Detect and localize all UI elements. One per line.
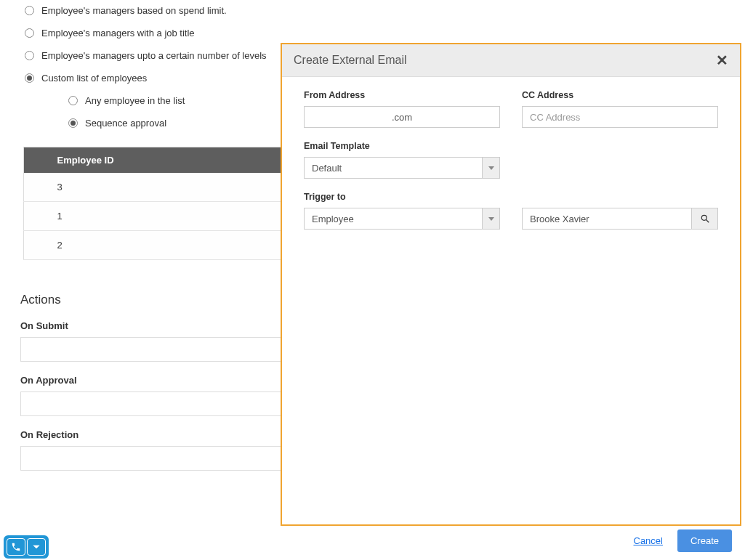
expand-button[interactable] bbox=[27, 538, 46, 556]
phone-icon bbox=[11, 542, 21, 552]
trigger-to-select[interactable]: Employee bbox=[304, 208, 500, 230]
search-button[interactable] bbox=[692, 208, 718, 230]
modal-header: Create External Email ✕ bbox=[282, 44, 740, 77]
cc-address-label: CC Address bbox=[522, 90, 718, 100]
from-address-input[interactable] bbox=[304, 106, 500, 128]
radio-icon bbox=[68, 118, 78, 128]
radio-icon bbox=[25, 51, 34, 60]
cancel-link[interactable]: Cancel bbox=[634, 535, 663, 546]
radio-label: Employee's managers upto a certain numbe… bbox=[41, 50, 267, 61]
recipient-input[interactable] bbox=[522, 208, 692, 230]
modal-footer: Cancel Create bbox=[634, 529, 733, 552]
chevron-down-icon bbox=[31, 542, 41, 552]
recipient-search-group bbox=[522, 208, 718, 230]
modal-title: Create External Email bbox=[294, 54, 407, 67]
radio-label: Employee's managers with a job title bbox=[41, 28, 195, 38]
email-template-label: Email Template bbox=[304, 141, 500, 151]
email-template-select[interactable]: Default bbox=[304, 157, 500, 179]
comm-widget bbox=[4, 535, 49, 559]
radio-icon bbox=[25, 73, 34, 83]
radio-icon bbox=[25, 28, 34, 38]
radio-label: Any employee in the list bbox=[85, 95, 185, 106]
svg-point-0 bbox=[701, 215, 706, 220]
trigger-to-label: Trigger to bbox=[304, 192, 500, 202]
create-button[interactable]: Create bbox=[677, 529, 732, 552]
radio-icon bbox=[25, 6, 34, 15]
radio-icon bbox=[68, 96, 78, 105]
radio-label: Employee's managers based on spend limit… bbox=[41, 5, 227, 16]
radio-label: Custom list of employees bbox=[41, 73, 147, 84]
create-external-email-modal: Create External Email ✕ From Address CC … bbox=[281, 43, 741, 526]
th-blank bbox=[24, 147, 49, 174]
close-icon[interactable]: ✕ bbox=[716, 53, 728, 68]
select-value: Default bbox=[304, 157, 483, 179]
chevron-down-icon bbox=[483, 157, 500, 179]
cc-address-input[interactable] bbox=[522, 106, 718, 128]
radio-spend-limit[interactable]: Employee's managers based on spend limit… bbox=[25, 5, 730, 16]
phone-button[interactable] bbox=[7, 538, 25, 556]
radio-job-title[interactable]: Employee's managers with a job title bbox=[25, 28, 730, 38]
from-address-label: From Address bbox=[304, 90, 500, 100]
search-icon bbox=[700, 214, 710, 224]
radio-label: Sequence approval bbox=[85, 118, 166, 129]
select-value: Employee bbox=[304, 208, 483, 230]
chevron-down-icon bbox=[483, 208, 500, 230]
svg-line-1 bbox=[706, 220, 709, 223]
